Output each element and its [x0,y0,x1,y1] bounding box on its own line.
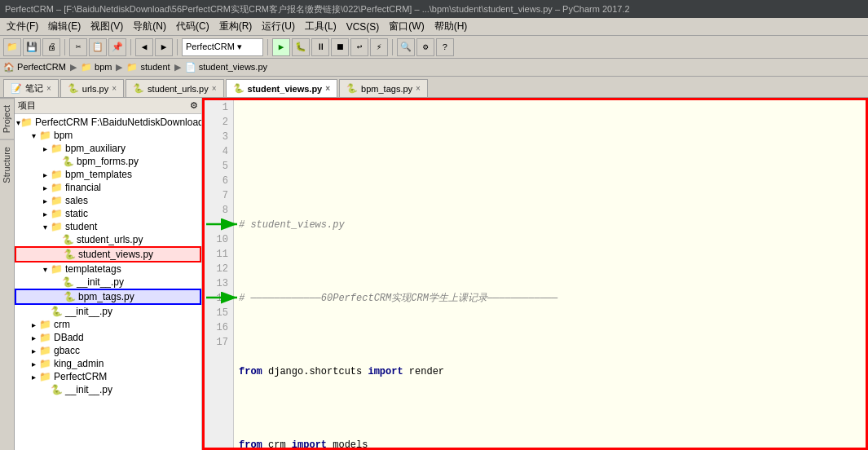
toolbar-btn-a[interactable]: ⚡ [370,38,388,56]
menu-edit[interactable]: 编辑(E) [43,18,86,35]
folder-icon-gbacc: 📁 [39,345,51,356]
toolbar-back[interactable]: ◀ [135,38,153,56]
tab-bpm-tags-icon: 🐍 [346,83,358,94]
menu-help[interactable]: 帮助(H) [430,18,473,35]
toolbar-cut[interactable]: ✂ [69,38,87,56]
tree-node-perfectcrm[interactable]: ▾ 📁 PerfectCRM F:\BaiduNetdiskDownload\5 [15,116,201,129]
tree-node-perfectcrm2[interactable]: ▸ 📁 PerfectCRM [15,370,201,383]
toolbar-btn-y[interactable]: ⏹ [331,38,349,56]
tree-node-student[interactable]: ▾ 📁 student [15,220,201,233]
tree-label-bpm-auxiliary: bpm_auxiliary [65,143,126,154]
tree-node-bpm-auxiliary[interactable]: ▸ 📁 bpm_auxiliary [15,142,201,155]
toolbar-question[interactable]: ? [436,38,454,56]
menu-view[interactable]: 视图(V) [86,18,128,35]
tree-node-crm[interactable]: ▸ 📁 crm [15,318,201,331]
line-num-7: 7 [209,188,228,203]
folder-icon-perfectcrm: 📁 [20,117,33,128]
tree-label-bpm-tags: bpm_tags.py [78,291,134,302]
tree-arrow-king-admin: ▸ [28,360,39,368]
tree-node-init3[interactable]: 🐍 __init__.py [15,383,201,396]
tab-student-urls[interactable]: 🐍 student_urls.py × [126,79,223,97]
title-text: PerfectCRM – [F:\BaiduNetdiskDownload\56… [5,3,630,15]
folder-icon-crm: 📁 [39,319,51,330]
menu-refactor[interactable]: 重构(R) [214,18,258,35]
tab-notes[interactable]: 📝 笔记 × [3,79,59,97]
line-num-11: 11 [209,247,228,262]
toolbar-btn-1[interactable]: 📁 [3,38,21,56]
toolbar-run[interactable]: ▶ [272,38,290,56]
tab-notes-icon: 📝 [11,83,22,94]
toolbar-btn-3[interactable]: 🖨 [42,38,60,56]
menu-tools[interactable]: 工具(L) [300,18,341,35]
tree-arrow-bpm-auxiliary: ▸ [39,144,51,153]
code-area[interactable]: 1 2 3 4 5 6 7 8 9 10 11 12 13 14 15 16 1… [205,100,866,448]
breadcrumb-bar: 🏠 PerfectCRM ▶ 📁 bpm ▶ 📁 student ▶ 📄 stu… [0,59,868,77]
tab-bpm-tags[interactable]: 🐍 bpm_tags.py × [339,79,428,97]
tree-arrow-dbadd: ▸ [28,333,39,342]
tree-node-sales[interactable]: ▸ 📁 sales [15,194,201,207]
folder-icon-financial: 📁 [51,182,63,193]
tab-urls[interactable]: 🐍 urls.py × [60,79,124,97]
menu-code[interactable]: 代码(C) [171,18,214,35]
tree-label-crm: crm [54,319,70,330]
tab-student-urls-close[interactable]: × [212,84,217,93]
tab-student-views-close[interactable]: × [325,84,330,93]
toolbar-paste[interactable]: 📌 [108,38,126,56]
folder-icon-static: 📁 [51,208,63,219]
bc-bpm[interactable]: 📁 bpm [81,62,112,73]
tab-notes-close[interactable]: × [46,84,51,93]
file-tree-header: 项目 ⚙ [15,98,201,114]
file-icon-student-views: 🐍 [64,249,76,260]
tree-node-bpm-forms[interactable]: 🐍 bpm_forms.py [15,155,201,168]
toolbar-sep-4 [267,39,268,55]
file-tree-gear-icon[interactable]: ⚙ [190,100,198,111]
tree-node-templatetags[interactable]: ▾ 📁 templatetags [15,262,201,276]
code-content[interactable]: # student_views.py # ————————————60Perfe… [234,100,866,448]
tree-node-gbacc[interactable]: ▸ 📁 gbacc [15,344,201,357]
toolbar-btn-z[interactable]: ↩ [350,38,368,56]
tree-label-init1: __init__.py [77,276,124,288]
menu-window[interactable]: 窗口(W) [384,18,429,35]
left-tab-project[interactable]: Project [0,98,14,139]
toolbar-btn-2[interactable]: 💾 [23,38,41,56]
tree-node-bpm-tags[interactable]: 🐍 bpm_tags.py [15,289,201,305]
tree-node-dbadd[interactable]: ▸ 📁 DBadd [15,331,201,344]
tree-node-student-views[interactable]: 🐍 student_views.py [15,246,201,262]
tab-bpm-tags-close[interactable]: × [416,84,421,93]
tab-urls-close[interactable]: × [112,84,117,93]
tree-label-perfectcrm: PerfectCRM F:\BaiduNetdiskDownload\5 [35,117,201,128]
menu-bar: 文件(F) 编辑(E) 视图(V) 导航(N) 代码(C) 重构(R) 运行(U… [0,18,868,36]
tab-bpm-tags-label: bpm_tags.py [361,84,412,94]
tab-student-views[interactable]: 🐍 student_views.py × [226,79,338,97]
tab-student-views-icon: 🐍 [233,83,245,94]
tree-arrow-student: ▾ [39,223,51,232]
tree-node-king-admin[interactable]: ▸ 📁 king_admin [15,357,201,370]
toolbar-project-dropdown[interactable]: PerfectCRM ▾ [182,38,263,56]
tree-node-student-urls[interactable]: 🐍 student_urls.py [15,233,201,246]
tree-node-bpm-templates[interactable]: ▸ 📁 bpm_templates [15,168,201,181]
menu-vcs[interactable]: VCS(S) [341,20,385,34]
line-num-6: 6 [209,174,228,188]
tree-node-init1[interactable]: 🐍 __init__.py [15,276,201,289]
toolbar-fwd[interactable]: ▶ [155,38,173,56]
toolbar-btn-x[interactable]: ⏸ [311,38,329,56]
menu-navigate[interactable]: 导航(N) [128,18,171,35]
tree-arrow-financial: ▸ [39,183,51,192]
bc-perfectcrm[interactable]: 🏠 PerfectCRM [3,62,66,73]
toolbar-settings[interactable]: ⚙ [416,38,434,56]
tab-notes-label: 笔记 [25,82,43,95]
folder-icon-sales: 📁 [51,195,63,206]
menu-run[interactable]: 运行(U) [257,18,300,35]
toolbar-search[interactable]: 🔍 [397,38,415,56]
tree-node-financial[interactable]: ▸ 📁 financial [15,181,201,194]
tree-node-bpm[interactable]: ▾ 📁 bpm [15,129,201,142]
toolbar-copy[interactable]: 📋 [89,38,107,56]
bc-student[interactable]: 📁 student [126,62,170,73]
toolbar-debug[interactable]: 🐛 [292,38,310,56]
bc-file[interactable]: 📄 student_views.py [185,62,267,73]
tree-node-init2[interactable]: 🐍 __init__.py [15,305,201,318]
left-tab-structure[interactable]: Structure [0,139,14,190]
file-tree-title: 项目 [18,99,36,112]
tree-node-static[interactable]: ▸ 📁 static [15,207,201,220]
menu-file[interactable]: 文件(F) [2,18,43,35]
